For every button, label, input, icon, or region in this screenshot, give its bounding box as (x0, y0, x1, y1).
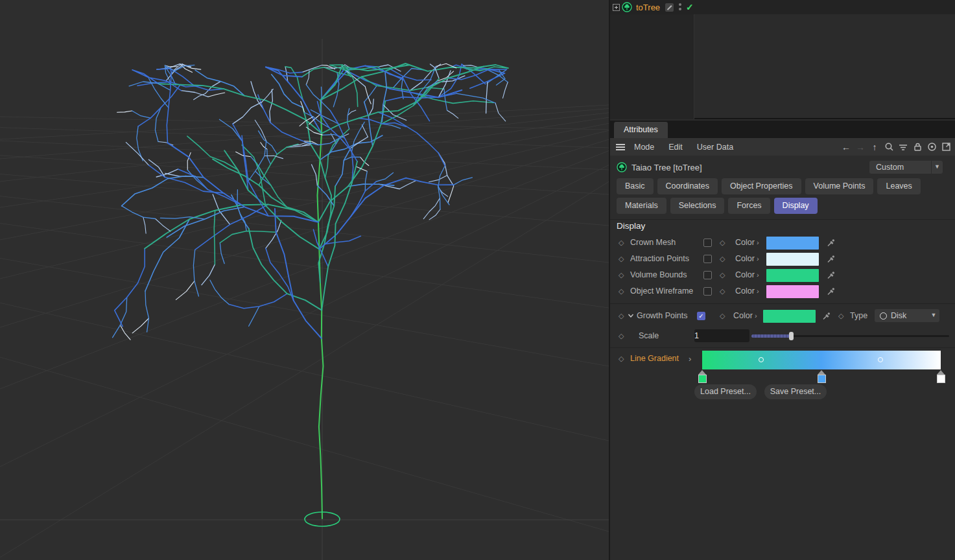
attributes-tabstrip: Attributes (610, 121, 955, 138)
menu-user-data[interactable]: User Data (697, 143, 733, 152)
row-object-wireframe: ◇ Object Wireframe ◇ Color› (610, 285, 955, 298)
row-label: Growth Points (637, 309, 688, 322)
object-row-totree[interactable]: toTree ✓ (610, 0, 955, 14)
eyedropper-icon[interactable] (826, 252, 836, 265)
forward-arrow-icon[interactable]: → (855, 142, 866, 152)
search-icon[interactable] (884, 142, 894, 152)
gradient-knots (702, 370, 941, 384)
chevron-right-icon[interactable]: › (689, 352, 691, 365)
tab-basic[interactable]: Basic (617, 178, 654, 194)
eyedropper-icon[interactable] (826, 285, 836, 298)
color-label: Color› (735, 252, 759, 265)
keyframe-diamond-icon[interactable]: ◇ (619, 236, 624, 249)
tab-volume-points[interactable]: Volume Points (805, 178, 874, 194)
row-attraction-points: ◇ Attraction Points ◇ Color› (610, 252, 955, 265)
keyframe-diamond-icon[interactable]: ◇ (720, 236, 725, 249)
object-wireframe-color-swatch[interactable] (766, 285, 819, 298)
right-panel: toTree ✓ Attributes Mode Edit User Data … (610, 0, 955, 560)
back-arrow-icon[interactable]: ← (841, 142, 851, 152)
tab-materials[interactable]: Materials (617, 198, 666, 214)
gradient-knot[interactable] (698, 370, 707, 383)
keyframe-diamond-icon[interactable]: ◇ (619, 252, 624, 265)
keyframe-diamond-icon[interactable]: ◇ (838, 309, 843, 322)
menu-mode[interactable]: Mode (634, 143, 654, 152)
tree-object-icon (622, 2, 632, 12)
eyedropper-icon[interactable] (821, 309, 831, 322)
popout-icon[interactable] (941, 142, 951, 152)
tab-coordinates[interactable]: Coordinates (657, 178, 718, 194)
row-label: Attraction Points (630, 252, 689, 265)
chevron-down-icon: ▼ (931, 161, 943, 174)
object-manager-column (610, 0, 694, 119)
row-label: Scale (639, 329, 659, 342)
row-label: Crown Mesh (630, 236, 676, 249)
keyframe-diamond-icon[interactable]: ◇ (619, 352, 624, 365)
chevron-down-icon: ▼ (928, 309, 939, 322)
keyframe-diamond-icon[interactable]: ◇ (619, 285, 624, 298)
scale-slider[interactable] (751, 329, 949, 342)
type-label: Type (850, 309, 867, 322)
gradient-midpoint-handle[interactable] (759, 357, 764, 362)
preset-dropdown-value: Custom (869, 163, 904, 172)
keyframe-diamond-icon[interactable]: ◇ (720, 285, 725, 298)
keyframe-diamond-icon[interactable]: ◇ (619, 268, 624, 281)
enabled-check-icon[interactable]: ✓ (686, 2, 694, 12)
eyedropper-icon[interactable] (826, 236, 836, 249)
target-icon[interactable] (926, 142, 937, 152)
object-wireframe-checkbox[interactable] (703, 287, 712, 296)
preset-dropdown[interactable]: Custom ▼ (869, 161, 943, 174)
crown-mesh-color-swatch[interactable] (766, 237, 819, 250)
attraction-points-checkbox[interactable] (703, 255, 712, 263)
color-label: Color› (735, 285, 759, 298)
volume-bounds-checkbox[interactable] (703, 271, 712, 279)
gradient-knot[interactable] (817, 370, 826, 383)
growth-points-color-swatch[interactable] (763, 310, 816, 323)
hamburger-icon[interactable] (616, 144, 625, 150)
gradient-label[interactable]: Line Gradient (630, 352, 679, 365)
slider-handle[interactable] (789, 332, 794, 340)
tab-object-properties[interactable]: Object Properties (722, 178, 801, 194)
load-preset-button[interactable]: Load Preset... (694, 384, 757, 399)
color-label: Color› (735, 236, 759, 249)
object-name[interactable]: toTree (636, 3, 660, 12)
row-volume-bounds: ◇ Volume Bounds ◇ Color› (610, 268, 955, 281)
row-growth-points: ◇ Growth Points ✓ ◇ Color› ◇ Type Disk ▼ (610, 309, 955, 322)
color-label: Color› (735, 268, 759, 281)
tab-leaves[interactable]: Leaves (877, 178, 920, 194)
tab-forces[interactable]: Forces (728, 198, 770, 214)
object-title: Taiao Tree [toTree] (631, 161, 702, 174)
menu-edit[interactable]: Edit (668, 143, 683, 152)
tab-attributes[interactable]: Attributes (614, 122, 668, 138)
keyframe-diamond-icon[interactable]: ◇ (619, 329, 624, 342)
keyframe-diamond-icon[interactable]: ◇ (720, 268, 725, 281)
up-arrow-icon[interactable]: ↑ (869, 142, 880, 152)
tab-selections[interactable]: Selections (670, 198, 725, 214)
keyframe-diamond-icon[interactable]: ◇ (720, 309, 725, 322)
object-manager: toTree ✓ (610, 0, 955, 119)
growth-points-checkbox[interactable]: ✓ (697, 312, 705, 320)
gradient-bar[interactable] (702, 351, 941, 369)
object-title-row: Taiao Tree [toTree] Custom ▼ (610, 161, 955, 174)
row-scale: ◇ Scale 1 (610, 329, 955, 342)
gradient-knot[interactable] (936, 370, 945, 383)
volume-bounds-color-swatch[interactable] (766, 269, 819, 282)
tab-display[interactable]: Display (774, 198, 818, 214)
eyedropper-icon[interactable] (826, 268, 836, 281)
attraction-points-color-swatch[interactable] (766, 253, 819, 266)
gradient-midpoint-handle[interactable] (878, 357, 883, 362)
crown-mesh-checkbox[interactable] (703, 239, 712, 247)
3d-viewport[interactable] (0, 0, 609, 560)
edit-pencil-icon[interactable] (665, 3, 674, 12)
keyframe-diamond-icon[interactable]: ◇ (720, 252, 725, 265)
save-preset-button[interactable]: Save Preset... (764, 384, 827, 399)
keyframe-diamond-icon[interactable]: ◇ (619, 309, 624, 322)
layer-dots-icon[interactable] (678, 3, 682, 12)
lock-icon[interactable] (912, 142, 923, 152)
section-title: Display (617, 221, 645, 231)
expander-chevron-icon[interactable] (628, 309, 634, 322)
scale-input[interactable]: 1 (694, 329, 749, 342)
expand-plus-icon[interactable] (613, 4, 620, 11)
filter-icon[interactable] (898, 142, 908, 152)
type-dropdown[interactable]: Disk ▼ (875, 309, 939, 322)
tree-object-icon (617, 162, 627, 172)
